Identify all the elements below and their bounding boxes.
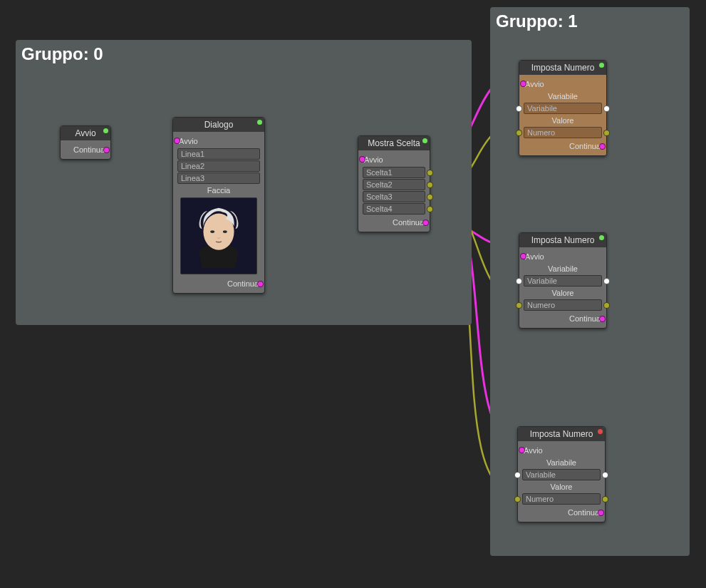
node-mostra-header[interactable]: Mostra Scelta [358,136,430,150]
node-dialogo-header[interactable]: Dialogo [173,118,264,132]
imp1-numero-field-label: Numero [527,128,555,137]
status-dot-icon [103,128,108,133]
imp1-variabile-field-label: Variabile [527,104,557,113]
port-imp2-num-in[interactable] [516,302,522,309]
node-avvio-header[interactable]: Avvio [61,126,110,140]
port-imp2-num-out[interactable] [603,302,610,309]
imp2-valore-lbl: Valore [524,287,602,299]
imp1-numero-field[interactable]: Numero [524,127,602,138]
node-avvio-title: Avvio [75,128,95,138]
port-dialogo-continua-out[interactable] [257,281,264,287]
svg-point-2 [210,230,214,233]
imp2-numero-field[interactable]: Numero [524,299,602,311]
imp3-variabile-field[interactable]: Variabile [522,469,601,480]
port-imp1-num-out[interactable] [603,130,610,136]
imp2-continua-label: Continua [569,314,601,323]
mostra-scelta1-label: Scelta1 [366,168,393,177]
node-avvio[interactable]: Avvio Continua [60,125,111,160]
status-dot-icon [599,235,604,240]
port-avvio-continua-out[interactable] [103,147,110,153]
avvio-continua-label: Continua [73,145,105,154]
mostra-continua-label: Continua [393,218,424,227]
port-dialogo-avvio-in[interactable] [174,138,180,144]
port-imp3-continua-out[interactable] [598,510,604,516]
imp1-valore-lbl: Valore [524,115,602,126]
mostra-scelta1-field[interactable]: Scelta1 [363,167,425,178]
mostra-scelta4-label: Scelta4 [366,205,393,213]
port-scelta2-out[interactable] [427,182,433,188]
port-scelta1-out[interactable] [427,170,433,176]
node-imposta-2[interactable]: Imposta Numero Avvio Variabile Variabile… [519,232,607,329]
port-imp1-continua-out[interactable] [599,143,606,150]
svg-point-3 [223,230,227,233]
imp3-valore-lbl: Valore [522,481,601,492]
mostra-scelta2-label: Scelta2 [366,180,393,189]
status-dot-icon [422,138,427,143]
imp1-variabile-lbl: Variabile [524,91,602,102]
group-1-title: Gruppo: 1 [496,11,578,31]
node-imposta2-title: Imposta Numero [531,235,595,245]
dialogo-face-image[interactable] [180,197,257,274]
node-imposta1-title: Imposta Numero [531,63,595,73]
node-dialogo-title: Dialogo [204,120,234,130]
port-mostra-avvio-in[interactable] [359,156,365,163]
node-mostra-scelta[interactable]: Mostra Scelta Avvio Scelta1 Scelta2 Scel… [358,135,430,232]
status-dot-icon [257,120,262,125]
node-imposta2-header[interactable]: Imposta Numero [519,233,606,247]
imp3-variabile-field-label: Variabile [526,470,556,479]
port-imp2-var-out[interactable] [603,278,610,284]
mostra-scelta3-field[interactable]: Scelta3 [363,191,425,202]
node-mostra-title: Mostra Scelta [368,138,420,148]
status-dot-icon [599,63,604,68]
port-imp2-var-in[interactable] [516,278,522,284]
imp2-variabile-field[interactable]: Variabile [524,275,602,287]
port-scelta3-out[interactable] [427,194,433,200]
node-imposta-3[interactable]: Imposta Numero Avvio Variabile Variabile… [517,426,606,522]
mostra-scelta2-field[interactable]: Scelta2 [363,179,425,190]
port-imp3-var-in[interactable] [514,472,521,478]
imp3-avvio-label: Avvio [524,446,543,455]
dialogo-linea2-field[interactable]: Linea2 [177,160,260,172]
dialogo-linea1-label: Linea1 [181,150,204,158]
imp2-avvio-label: Avvio [525,252,544,261]
port-imp3-avvio-in[interactable] [519,447,525,453]
dialogo-continua-label: Continua [227,279,259,288]
dialogo-linea3-field[interactable]: Linea3 [177,172,260,184]
node-imposta-1[interactable]: Imposta Numero Avvio Variabile Variabile… [519,60,607,156]
imp1-avvio-label: Avvio [525,80,544,88]
port-imp3-var-out[interactable] [602,472,608,478]
mostra-avvio-label: Avvio [364,155,383,164]
imp2-variabile-field-label: Variabile [527,277,557,285]
dialogo-linea2-label: Linea2 [181,162,204,170]
port-scelta4-out[interactable] [427,206,433,212]
port-imp3-num-out[interactable] [602,496,608,502]
port-imp1-var-out[interactable] [603,105,610,112]
node-imposta1-header[interactable]: Imposta Numero [519,61,606,75]
dialogo-linea3-label: Linea3 [181,174,204,182]
imp3-continua-label: Continua [568,508,599,517]
dialogo-faccia-label: Faccia [177,185,260,196]
character-face-icon [181,198,256,274]
imp2-variabile-lbl: Variabile [524,263,602,274]
status-dot-icon [598,429,603,434]
port-imp1-var-in[interactable] [516,105,522,112]
port-imp3-num-in[interactable] [514,496,521,502]
dialogo-avvio-label: Avvio [179,137,198,145]
imp3-numero-field-label: Numero [526,495,554,503]
mostra-scelta3-label: Scelta3 [366,192,393,201]
port-imp2-avvio-in[interactable] [520,253,526,259]
node-imposta3-header[interactable]: Imposta Numero [518,427,605,441]
node-imposta3-title: Imposta Numero [530,429,593,439]
port-imp1-num-in[interactable] [516,130,522,136]
port-imp2-continua-out[interactable] [599,316,606,322]
port-imp1-avvio-in[interactable] [520,81,526,87]
dialogo-linea1-field[interactable]: Linea1 [177,148,260,160]
imp3-numero-field[interactable]: Numero [522,493,601,505]
imp3-variabile-lbl: Variabile [522,457,601,468]
group-0-title: Gruppo: 0 [21,44,103,64]
mostra-scelta4-field[interactable]: Scelta4 [363,203,425,215]
node-dialogo[interactable]: Dialogo Avvio Linea1 Linea2 Linea3 Facci… [172,117,265,294]
imp1-continua-label: Continua [569,142,601,150]
imp1-variabile-field[interactable]: Variabile [524,103,602,114]
port-mostra-continua-out[interactable] [422,220,429,226]
